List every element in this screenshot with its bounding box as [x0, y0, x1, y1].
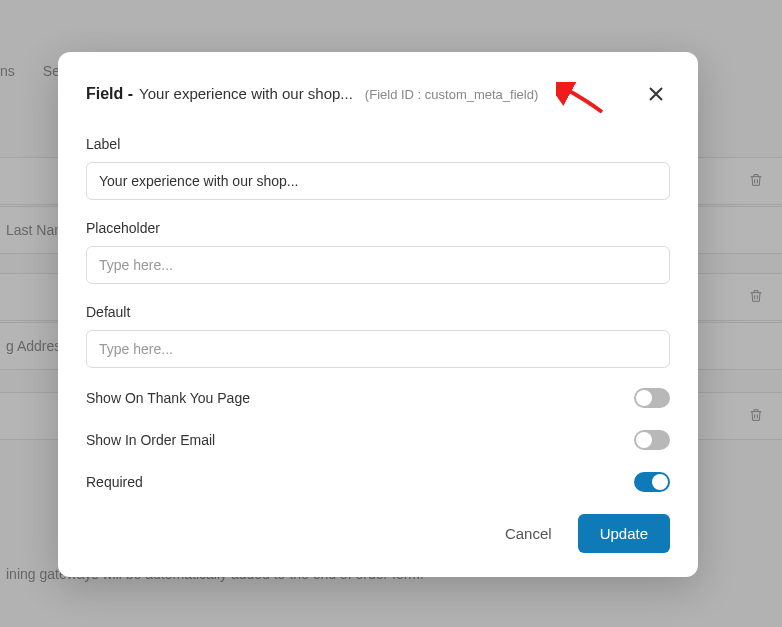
field-default-group: Default [86, 304, 670, 368]
field-label-input[interactable] [86, 162, 670, 200]
toggle-order-email[interactable] [634, 430, 670, 450]
modal-header: Field - Your experience with our shop...… [86, 80, 670, 108]
modal-title-prefix: Field - [86, 85, 133, 103]
toggle-thank-you-row: Show On Thank You Page [86, 388, 670, 408]
modal-footer: Cancel Update [86, 514, 670, 553]
toggle-required-label: Required [86, 474, 143, 490]
modal-title: Field - Your experience with our shop...… [86, 85, 538, 103]
toggle-order-email-label: Show In Order Email [86, 432, 215, 448]
toggle-thank-you-label: Show On Thank You Page [86, 390, 250, 406]
toggle-thank-you[interactable] [634, 388, 670, 408]
toggle-required[interactable] [634, 472, 670, 492]
field-placeholder-group: Placeholder [86, 220, 670, 284]
field-default-input[interactable] [86, 330, 670, 368]
close-button[interactable] [642, 80, 670, 108]
toggle-order-email-row: Show In Order Email [86, 430, 670, 450]
field-label-label: Label [86, 136, 670, 152]
field-settings-modal: Field - Your experience with our shop...… [58, 52, 698, 577]
toggle-required-row: Required [86, 472, 670, 492]
update-button[interactable]: Update [578, 514, 670, 553]
field-placeholder-label: Placeholder [86, 220, 670, 236]
modal-title-name: Your experience with our shop... [139, 85, 353, 102]
cancel-button[interactable]: Cancel [501, 517, 556, 550]
field-label-group: Label [86, 136, 670, 200]
field-placeholder-input[interactable] [86, 246, 670, 284]
field-default-label: Default [86, 304, 670, 320]
modal-field-id: (Field ID : custom_meta_field) [365, 87, 538, 102]
close-icon [648, 86, 664, 102]
